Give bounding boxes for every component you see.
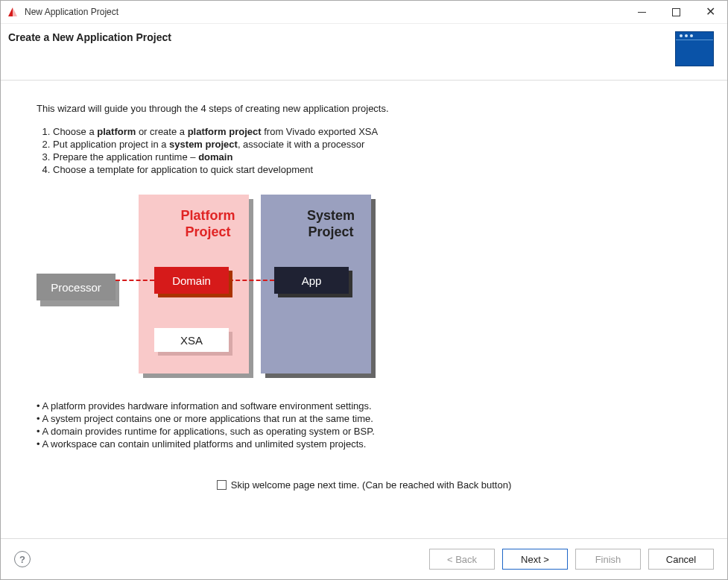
content: This wizard will guide you through the 4… xyxy=(1,81,727,538)
notes-list: A platform provides hardware information… xyxy=(37,400,691,450)
close-button[interactable]: ✕ xyxy=(693,1,727,23)
banner: Create a New Application Project xyxy=(1,24,727,81)
back-button[interactable]: < Back xyxy=(429,549,495,570)
wizard-icon xyxy=(675,31,714,66)
window-title: New Application Project xyxy=(25,7,624,17)
note-item: A workspace can contain unlimited platfo… xyxy=(37,438,691,450)
step-1: Choose a platform or create a platform p… xyxy=(53,126,691,137)
skip-checkbox-label[interactable]: Skip welcome page next time. (Can be rea… xyxy=(217,479,511,491)
note-item: A platform provides hardware information… xyxy=(37,400,691,412)
finish-button[interactable]: Finish xyxy=(575,549,641,570)
connector-line xyxy=(115,280,154,281)
skip-row: Skip welcome page next time. (Can be rea… xyxy=(37,479,691,492)
platform-project-label: Platform Project xyxy=(163,208,253,240)
titlebar: New Application Project ✕ xyxy=(1,1,727,24)
wizard-window: New Application Project ✕ Create a New A… xyxy=(0,0,728,580)
app-icon xyxy=(7,6,19,18)
maximize-button[interactable] xyxy=(659,1,693,23)
window-buttons: ✕ xyxy=(624,1,727,23)
minimize-button[interactable] xyxy=(624,1,659,23)
domain-box: Domain xyxy=(154,267,229,294)
note-item: A system project contains one or more ap… xyxy=(37,413,691,424)
skip-label-text: Skip welcome page next time. (Can be rea… xyxy=(231,479,511,491)
system-project-label: System Project xyxy=(286,208,376,240)
architecture-diagram: Platform Project System Project Processo… xyxy=(37,193,409,379)
step-4: Choose a template for application to qui… xyxy=(53,164,691,175)
next-button[interactable]: Next > xyxy=(502,549,568,570)
app-box: App xyxy=(274,267,349,294)
cancel-button[interactable]: Cancel xyxy=(648,549,714,570)
step-3: Prepare the application runtime – domain xyxy=(53,151,691,163)
banner-heading: Create a New Application Project xyxy=(8,31,171,43)
xsa-box: XSA xyxy=(154,328,229,352)
skip-checkbox[interactable] xyxy=(217,480,227,490)
note-item: A domain provides runtime for applicatio… xyxy=(37,426,691,437)
intro-text: This wizard will guide you through the 4… xyxy=(37,103,691,114)
step-2: Put application project in a system proj… xyxy=(53,139,691,150)
steps-list: Choose a platform or create a platform p… xyxy=(37,126,691,175)
processor-box: Processor xyxy=(37,274,115,300)
connector-line xyxy=(229,280,274,281)
help-icon[interactable]: ? xyxy=(14,551,31,567)
footer: ? < Back Next > Finish Cancel xyxy=(1,538,727,579)
